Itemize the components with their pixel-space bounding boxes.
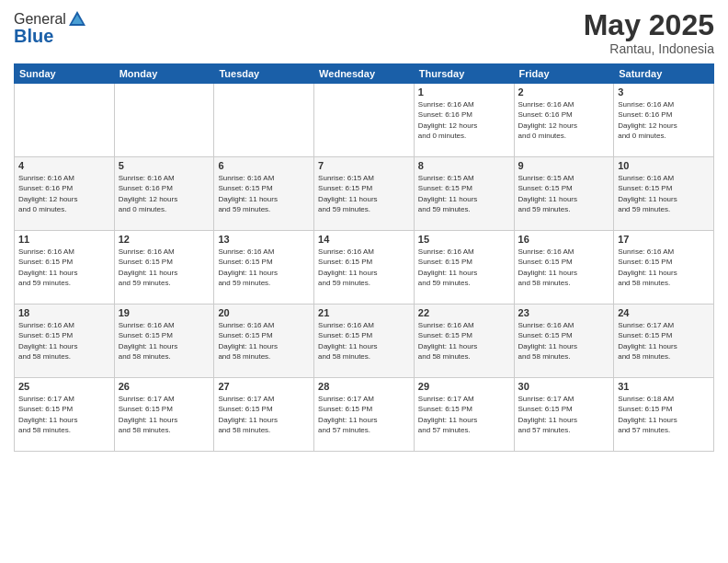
calendar-cell: 3Sunrise: 6:16 AM Sunset: 6:16 PM Daylig…: [614, 84, 714, 157]
day-number: 28: [318, 381, 410, 392]
day-info: Sunrise: 6:16 AM Sunset: 6:15 PM Dayligh…: [618, 247, 710, 288]
day-info: Sunrise: 6:16 AM Sunset: 6:16 PM Dayligh…: [418, 99, 510, 141]
day-info: Sunrise: 6:16 AM Sunset: 6:16 PM Dayligh…: [618, 99, 710, 141]
day-info: Sunrise: 6:15 AM Sunset: 6:15 PM Dayligh…: [518, 173, 610, 214]
calendar-cell: 31Sunrise: 6:18 AM Sunset: 6:15 PM Dayli…: [614, 378, 714, 452]
day-number: 30: [518, 381, 610, 392]
day-info: Sunrise: 6:16 AM Sunset: 6:16 PM Dayligh…: [518, 99, 610, 141]
calendar-cell: 5Sunrise: 6:16 AM Sunset: 6:16 PM Daylig…: [114, 157, 214, 231]
week-row-4: 18Sunrise: 6:16 AM Sunset: 6:15 PM Dayli…: [15, 304, 714, 378]
day-info: Sunrise: 6:16 AM Sunset: 6:15 PM Dayligh…: [418, 247, 510, 288]
week-row-1: 1Sunrise: 6:16 AM Sunset: 6:16 PM Daylig…: [15, 84, 714, 157]
calendar-cell: 22Sunrise: 6:16 AM Sunset: 6:15 PM Dayli…: [414, 304, 514, 378]
day-number: 1: [418, 86, 510, 98]
subtitle: Rantau, Indonesia: [584, 41, 714, 56]
day-number: 21: [318, 307, 410, 318]
day-info: Sunrise: 6:16 AM Sunset: 6:15 PM Dayligh…: [318, 247, 410, 288]
day-number: 19: [119, 307, 210, 318]
weekday-header-wednesday: Wednesday: [314, 64, 415, 84]
day-info: Sunrise: 6:16 AM Sunset: 6:15 PM Dayligh…: [18, 247, 110, 288]
day-number: 8: [418, 160, 510, 171]
calendar-cell: 24Sunrise: 6:17 AM Sunset: 6:15 PM Dayli…: [614, 304, 714, 378]
calendar-cell: 15Sunrise: 6:16 AM Sunset: 6:15 PM Dayli…: [414, 231, 514, 304]
weekday-header-sunday: Sunday: [15, 64, 115, 84]
day-number: 24: [618, 307, 710, 318]
logo: General Blue: [14, 9, 87, 47]
calendar-cell: [15, 84, 115, 157]
day-number: 25: [18, 381, 110, 392]
day-number: 3: [618, 86, 710, 98]
day-number: 7: [318, 160, 410, 171]
calendar-cell: 9Sunrise: 6:15 AM Sunset: 6:15 PM Daylig…: [514, 157, 614, 231]
calendar-cell: 13Sunrise: 6:16 AM Sunset: 6:15 PM Dayli…: [214, 231, 314, 304]
calendar-cell: 7Sunrise: 6:15 AM Sunset: 6:15 PM Daylig…: [314, 157, 415, 231]
day-info: Sunrise: 6:16 AM Sunset: 6:16 PM Dayligh…: [18, 173, 110, 214]
day-info: Sunrise: 6:16 AM Sunset: 6:15 PM Dayligh…: [418, 320, 510, 362]
day-info: Sunrise: 6:16 AM Sunset: 6:15 PM Dayligh…: [218, 320, 310, 362]
day-info: Sunrise: 6:16 AM Sunset: 6:15 PM Dayligh…: [18, 320, 110, 362]
calendar-cell: 18Sunrise: 6:16 AM Sunset: 6:15 PM Dayli…: [15, 304, 115, 378]
day-number: 15: [418, 234, 510, 245]
page: General Blue May 2025 Rantau, Indonesia …: [0, 0, 728, 563]
calendar-cell: 20Sunrise: 6:16 AM Sunset: 6:15 PM Dayli…: [214, 304, 314, 378]
day-info: Sunrise: 6:16 AM Sunset: 6:15 PM Dayligh…: [518, 320, 610, 362]
day-info: Sunrise: 6:16 AM Sunset: 6:15 PM Dayligh…: [518, 247, 610, 288]
calendar-cell: 23Sunrise: 6:16 AM Sunset: 6:15 PM Dayli…: [514, 304, 614, 378]
day-info: Sunrise: 6:16 AM Sunset: 6:15 PM Dayligh…: [218, 247, 310, 288]
calendar-cell: 26Sunrise: 6:17 AM Sunset: 6:15 PM Dayli…: [114, 378, 214, 452]
week-row-2: 4Sunrise: 6:16 AM Sunset: 6:16 PM Daylig…: [15, 157, 714, 231]
day-number: 13: [218, 234, 310, 245]
weekday-header-thursday: Thursday: [414, 64, 514, 84]
day-number: 5: [119, 160, 210, 171]
calendar-cell: 1Sunrise: 6:16 AM Sunset: 6:16 PM Daylig…: [414, 84, 514, 157]
day-number: 12: [119, 234, 210, 245]
calendar-cell: 29Sunrise: 6:17 AM Sunset: 6:15 PM Dayli…: [414, 378, 514, 452]
logo-icon: [67, 9, 87, 29]
day-number: 4: [18, 160, 110, 171]
day-info: Sunrise: 6:16 AM Sunset: 6:15 PM Dayligh…: [318, 320, 410, 362]
calendar-cell: 16Sunrise: 6:16 AM Sunset: 6:15 PM Dayli…: [514, 231, 614, 304]
calendar-cell: 19Sunrise: 6:16 AM Sunset: 6:15 PM Dayli…: [114, 304, 214, 378]
day-info: Sunrise: 6:16 AM Sunset: 6:15 PM Dayligh…: [618, 173, 710, 214]
day-info: Sunrise: 6:17 AM Sunset: 6:15 PM Dayligh…: [418, 394, 510, 435]
weekday-header-friday: Friday: [514, 64, 614, 84]
calendar-cell: [314, 84, 415, 157]
day-info: Sunrise: 6:17 AM Sunset: 6:15 PM Dayligh…: [218, 394, 310, 435]
day-info: Sunrise: 6:15 AM Sunset: 6:15 PM Dayligh…: [418, 173, 510, 214]
week-row-5: 25Sunrise: 6:17 AM Sunset: 6:15 PM Dayli…: [15, 378, 714, 452]
day-number: 11: [18, 234, 110, 245]
day-info: Sunrise: 6:16 AM Sunset: 6:15 PM Dayligh…: [119, 320, 210, 362]
weekday-header-row: SundayMondayTuesdayWednesdayThursdayFrid…: [15, 64, 714, 84]
day-number: 16: [518, 234, 610, 245]
calendar-cell: 4Sunrise: 6:16 AM Sunset: 6:16 PM Daylig…: [15, 157, 115, 231]
main-title: May 2025: [584, 9, 714, 41]
calendar-cell: [214, 84, 314, 157]
weekday-header-monday: Monday: [114, 64, 214, 84]
day-info: Sunrise: 6:16 AM Sunset: 6:15 PM Dayligh…: [119, 247, 210, 288]
day-number: 31: [618, 381, 710, 392]
calendar-cell: 30Sunrise: 6:17 AM Sunset: 6:15 PM Dayli…: [514, 378, 614, 452]
calendar-cell: 17Sunrise: 6:16 AM Sunset: 6:15 PM Dayli…: [614, 231, 714, 304]
day-number: 18: [18, 307, 110, 318]
day-info: Sunrise: 6:18 AM Sunset: 6:15 PM Dayligh…: [618, 394, 710, 435]
day-number: 14: [318, 234, 410, 245]
day-number: 10: [618, 160, 710, 171]
day-number: 9: [518, 160, 610, 171]
calendar-cell: 12Sunrise: 6:16 AM Sunset: 6:15 PM Dayli…: [114, 231, 214, 304]
calendar-cell: 28Sunrise: 6:17 AM Sunset: 6:15 PM Dayli…: [314, 378, 415, 452]
day-number: 20: [218, 307, 310, 318]
weekday-header-tuesday: Tuesday: [214, 64, 314, 84]
day-info: Sunrise: 6:15 AM Sunset: 6:15 PM Dayligh…: [318, 173, 410, 214]
calendar-cell: 14Sunrise: 6:16 AM Sunset: 6:15 PM Dayli…: [314, 231, 415, 304]
calendar-cell: 21Sunrise: 6:16 AM Sunset: 6:15 PM Dayli…: [314, 304, 415, 378]
day-info: Sunrise: 6:17 AM Sunset: 6:15 PM Dayligh…: [318, 394, 410, 435]
header: General Blue May 2025 Rantau, Indonesia: [14, 9, 714, 56]
day-number: 17: [618, 234, 710, 245]
day-number: 6: [218, 160, 310, 171]
title-block: May 2025 Rantau, Indonesia: [584, 9, 714, 56]
day-number: 22: [418, 307, 510, 318]
day-number: 23: [518, 307, 610, 318]
weekday-header-saturday: Saturday: [614, 64, 714, 84]
day-info: Sunrise: 6:17 AM Sunset: 6:15 PM Dayligh…: [18, 394, 110, 435]
day-number: 26: [119, 381, 210, 392]
